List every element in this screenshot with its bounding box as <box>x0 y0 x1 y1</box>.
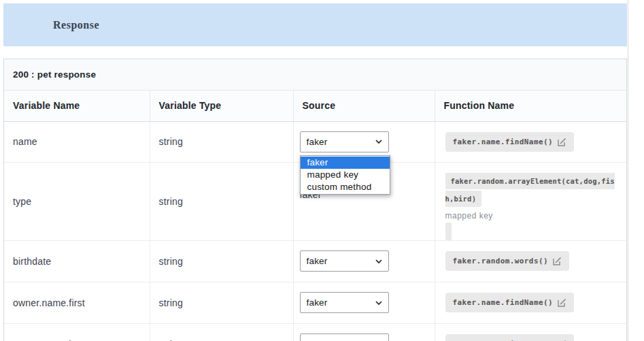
function-name-wrap: faker.random.arrayElement(cat,dog,fish,b… <box>445 172 622 208</box>
dropdown-option[interactable]: custom method <box>301 181 390 193</box>
function-name-chip[interactable]: faker.name.findName() <box>445 293 574 312</box>
col-header-source: Source <box>293 91 435 121</box>
variable-name-cell: owner.name.last <box>4 323 150 341</box>
response-panel: Response 200 : pet response Variable Nam… <box>3 3 627 341</box>
function-name-chip[interactable]: faker.random.arrayElement(cat,dog,fish,b… <box>445 173 615 207</box>
function-name-text: faker.name.findName() <box>453 137 553 146</box>
table-row: birthdate string faker faker.random.word… <box>4 240 626 282</box>
variable-name-cell: birthdate <box>4 240 150 282</box>
variable-type-cell: string <box>150 282 293 323</box>
variable-type-cell: string <box>150 121 293 162</box>
response-body-section: 200 : pet response Variable Name Variabl… <box>3 59 627 341</box>
source-select[interactable]: faker <box>300 292 389 313</box>
scroll-track-border <box>628 0 628 341</box>
table-row: owner.name.first string faker faker.name… <box>4 282 626 323</box>
response-status-bar: 200 : pet response <box>4 59 626 91</box>
edit-icon[interactable] <box>558 298 566 307</box>
function-name-text: faker.name.findName() <box>453 298 553 307</box>
chevron-down-icon <box>375 259 382 263</box>
col-header-variable-name: Variable Name <box>4 91 150 121</box>
chevron-down-icon <box>375 140 382 144</box>
col-header-function-name: Function Name <box>435 91 626 121</box>
variables-table: Variable Name Variable Type Source Funct… <box>4 91 626 341</box>
variable-name-cell: type <box>4 162 150 240</box>
response-title: Response <box>3 19 99 31</box>
variable-type-cell: string <box>150 323 293 341</box>
table-row: name string faker faker mapped key custo… <box>4 121 626 162</box>
spacer <box>3 46 627 59</box>
chevron-down-icon <box>375 301 382 305</box>
variable-name-cell: owner.name.first <box>4 282 150 323</box>
function-name-text: faker.random.words() <box>453 257 548 265</box>
function-name-chip[interactable]: faker.random.words() <box>445 251 569 271</box>
source-select-value: faker <box>307 256 328 266</box>
mapped-key-label: mapped key <box>445 211 622 221</box>
source-select[interactable]: faker <box>300 250 389 272</box>
function-name-chip[interactable]: faker.name.findName() <box>445 132 574 152</box>
table-header-row: Variable Name Variable Type Source Funct… <box>4 91 626 121</box>
edit-icon[interactable] <box>558 137 566 146</box>
variable-type-cell: string <box>150 240 293 282</box>
col-header-variable-type: Variable Type <box>150 91 293 121</box>
source-select-value: faker <box>307 137 328 147</box>
edit-icon[interactable] <box>553 257 562 265</box>
source-select-dropdown: faker mapped key custom method <box>300 155 390 195</box>
table-row: owner.name.last string faker faker.name.… <box>4 323 626 341</box>
dropdown-option-selected[interactable]: faker <box>301 157 390 169</box>
variable-type-cell: string <box>150 162 293 240</box>
variable-name-cell: name <box>4 121 150 162</box>
function-name-chip[interactable]: faker.name.findName() <box>445 334 574 341</box>
dropdown-option[interactable]: mapped key <box>301 169 390 181</box>
empty-value-chip[interactable] <box>445 223 452 240</box>
response-section-header[interactable]: Response <box>3 3 627 46</box>
source-select-value: faker <box>307 297 328 308</box>
status-label: 200 : pet response <box>13 69 96 80</box>
source-select[interactable]: faker <box>300 334 389 341</box>
source-select[interactable]: faker <box>300 131 389 152</box>
